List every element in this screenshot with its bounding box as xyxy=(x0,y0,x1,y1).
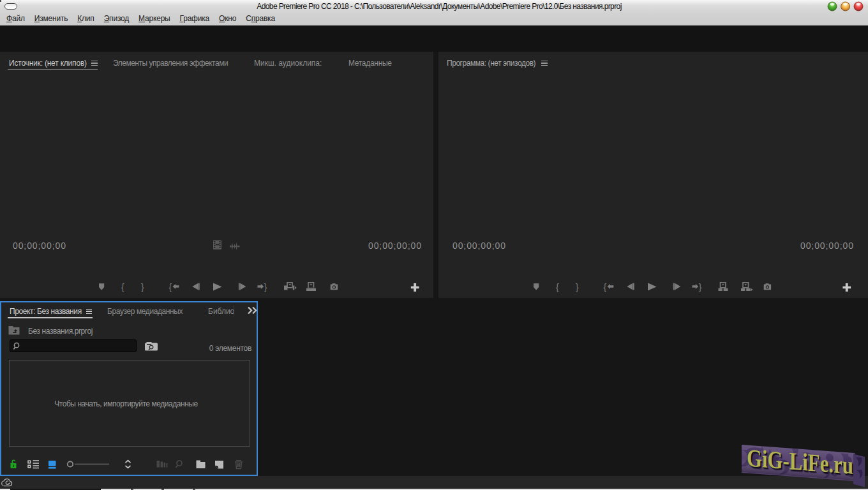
svg-text:}: } xyxy=(264,282,267,292)
svg-text:{: { xyxy=(121,282,124,292)
svg-text:{: { xyxy=(169,282,172,292)
svg-text:}: } xyxy=(576,282,579,292)
svg-text:}: } xyxy=(141,282,144,292)
svg-text:{: { xyxy=(556,282,559,292)
svg-text:}: } xyxy=(699,282,702,292)
svg-text:{: { xyxy=(604,282,607,292)
